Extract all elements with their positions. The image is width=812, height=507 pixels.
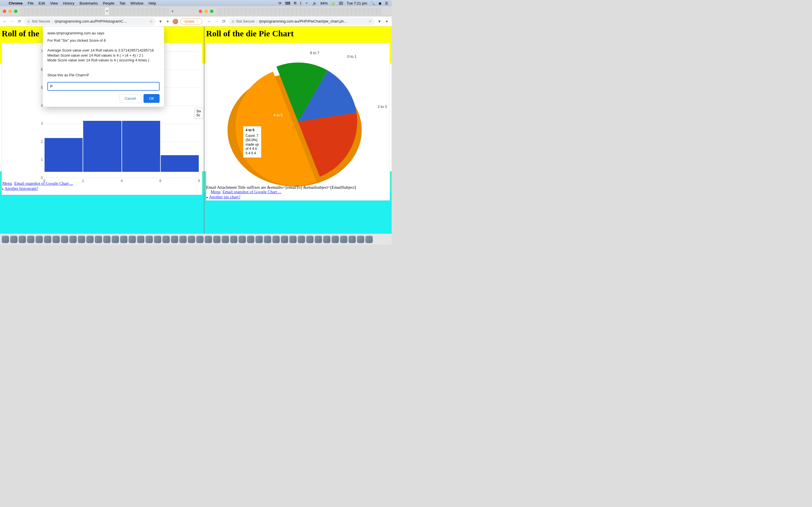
browser-tab[interactable] bbox=[360, 8, 364, 15]
browser-tab[interactable] bbox=[63, 8, 67, 15]
browser-tab[interactable] bbox=[339, 8, 343, 15]
menu-help[interactable]: Help bbox=[146, 1, 159, 5]
browser-tab[interactable] bbox=[92, 8, 96, 15]
dock-app-icon[interactable] bbox=[120, 236, 128, 243]
dock-app-icon[interactable] bbox=[281, 236, 288, 243]
browser-tab[interactable] bbox=[130, 8, 135, 15]
close-window-icon[interactable] bbox=[3, 10, 6, 13]
dock-app-icon[interactable] bbox=[44, 236, 51, 243]
dock-app-icon[interactable] bbox=[36, 236, 43, 243]
browser-tab[interactable] bbox=[275, 8, 280, 15]
browser-tab-active[interactable]: ✕ bbox=[105, 8, 109, 15]
browser-tab[interactable] bbox=[75, 8, 80, 15]
menu-window[interactable]: Window bbox=[128, 1, 146, 5]
browser-tab[interactable] bbox=[33, 8, 37, 15]
browser-tab[interactable] bbox=[288, 8, 292, 15]
menu-people[interactable]: People bbox=[100, 1, 117, 5]
browser-tab[interactable] bbox=[250, 8, 254, 15]
dock-app-icon[interactable] bbox=[289, 236, 297, 243]
browser-tab[interactable] bbox=[135, 8, 139, 15]
menu-view[interactable]: View bbox=[47, 1, 60, 5]
fullscreen-window-icon[interactable] bbox=[210, 10, 213, 13]
fullscreen-window-icon[interactable] bbox=[14, 10, 17, 13]
dock-app-icon[interactable] bbox=[78, 236, 85, 243]
cancel-button[interactable]: Cancel bbox=[119, 94, 141, 103]
browser-tab[interactable] bbox=[373, 8, 377, 15]
browser-tab[interactable] bbox=[309, 8, 313, 15]
minimize-window-icon[interactable] bbox=[8, 10, 12, 13]
back-button[interactable]: ← bbox=[207, 19, 212, 24]
browser-tab[interactable] bbox=[356, 8, 360, 15]
star-icon[interactable]: ☆ bbox=[368, 19, 372, 23]
browser-tab[interactable] bbox=[368, 8, 373, 15]
browser-tab[interactable] bbox=[109, 8, 113, 15]
siri-icon[interactable]: ◉ bbox=[377, 1, 383, 5]
status-icon[interactable]: ⌨ bbox=[283, 1, 292, 5]
browser-tab[interactable] bbox=[151, 8, 156, 15]
menu-file[interactable]: File bbox=[25, 1, 36, 5]
menu-bookmarks[interactable]: Bookmarks bbox=[77, 1, 100, 5]
dock-app-icon[interactable] bbox=[298, 236, 305, 243]
dock-app-icon[interactable] bbox=[137, 236, 144, 243]
dock-app-icon[interactable] bbox=[323, 236, 331, 243]
browser-tab[interactable] bbox=[292, 8, 297, 15]
browser-tab[interactable] bbox=[96, 8, 101, 15]
screen-mirror-icon[interactable]: ⧉ bbox=[292, 1, 298, 5]
browser-tab[interactable] bbox=[229, 8, 233, 15]
dock-app-icon[interactable] bbox=[272, 236, 280, 243]
profile-avatar[interactable] bbox=[172, 18, 178, 24]
dock-app-icon[interactable] bbox=[340, 236, 347, 243]
close-tab-icon[interactable]: ✕ bbox=[106, 9, 108, 13]
browser-tab[interactable] bbox=[88, 8, 92, 15]
browser-tab[interactable] bbox=[46, 8, 50, 15]
reload-button[interactable]: ⟳ bbox=[17, 19, 22, 24]
browser-tab[interactable] bbox=[225, 8, 229, 15]
browser-tab[interactable] bbox=[271, 8, 275, 15]
browser-tab[interactable] bbox=[216, 8, 220, 15]
browser-tab[interactable] bbox=[254, 8, 259, 15]
dock-app-icon[interactable] bbox=[2, 236, 9, 243]
ok-button[interactable]: OK bbox=[144, 94, 160, 103]
browser-tab[interactable] bbox=[24, 8, 29, 15]
new-tab-button[interactable]: + bbox=[168, 9, 177, 14]
update-button[interactable]: Update⋮ bbox=[181, 18, 202, 24]
dock-app-icon[interactable] bbox=[213, 236, 220, 243]
dock-app-icon[interactable] bbox=[365, 236, 373, 243]
browser-tab[interactable] bbox=[242, 8, 246, 15]
browser-tab[interactable] bbox=[364, 8, 368, 15]
histogram-bar[interactable] bbox=[160, 155, 199, 172]
address-bar[interactable]: ⚠ Not Secure | rjmprogramming.com.au/PHP… bbox=[229, 17, 375, 25]
dock-app-icon[interactable] bbox=[196, 236, 204, 243]
dock-app-icon[interactable] bbox=[162, 236, 170, 243]
extensions-icon[interactable]: ✦ bbox=[165, 19, 170, 24]
dock-app-icon[interactable] bbox=[69, 236, 77, 243]
back-button[interactable]: ← bbox=[2, 19, 7, 24]
browser-tab[interactable] bbox=[101, 8, 105, 15]
menu-link[interactable]: Menu bbox=[2, 181, 12, 186]
wifi-icon[interactable]: ᯤ bbox=[304, 1, 311, 5]
browser-tab[interactable] bbox=[84, 8, 88, 15]
app-name[interactable]: Chrome bbox=[6, 1, 25, 5]
dock-app-icon[interactable] bbox=[27, 236, 35, 243]
dock-app-icon[interactable] bbox=[103, 236, 110, 243]
browser-tab[interactable] bbox=[54, 8, 58, 15]
browser-tab[interactable] bbox=[67, 8, 71, 15]
browser-tab[interactable] bbox=[305, 8, 309, 15]
browser-tab[interactable] bbox=[220, 8, 225, 15]
dock-app-icon[interactable] bbox=[221, 236, 229, 243]
browser-tab[interactable] bbox=[297, 8, 301, 15]
dock-app-icon[interactable] bbox=[171, 236, 178, 243]
dock-app-icon[interactable] bbox=[230, 236, 238, 243]
dock-app-icon[interactable] bbox=[205, 236, 212, 243]
browser-tab[interactable] bbox=[80, 8, 84, 15]
dock-app-icon[interactable] bbox=[247, 236, 254, 243]
dock-app-icon[interactable] bbox=[315, 236, 322, 243]
dock-app-icon[interactable] bbox=[349, 236, 356, 243]
close-window-icon[interactable] bbox=[199, 10, 202, 13]
browser-tab[interactable] bbox=[164, 8, 168, 15]
browser-tab[interactable] bbox=[326, 8, 331, 15]
browser-tab[interactable] bbox=[284, 8, 288, 15]
browser-tab[interactable] bbox=[318, 8, 322, 15]
star-icon[interactable]: ☆ bbox=[149, 19, 153, 23]
dock-app-icon[interactable] bbox=[86, 236, 94, 243]
